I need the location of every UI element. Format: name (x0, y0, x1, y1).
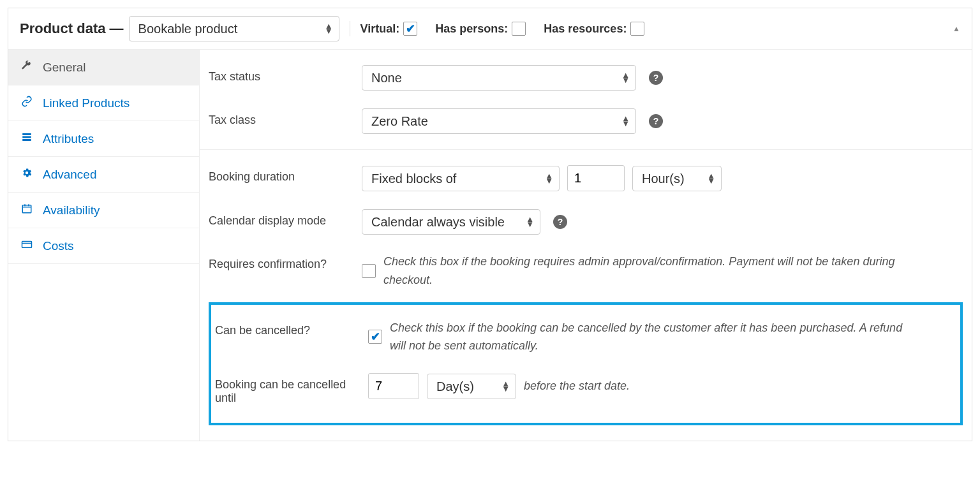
has-persons-checkbox[interactable] (512, 22, 526, 36)
cancel-until-label: Booking can be cancelled until (215, 373, 368, 405)
sidebar-item-label: Availability (43, 203, 100, 217)
svg-rect-3 (22, 205, 31, 213)
cancel-until-suffix: before the start date. (524, 377, 630, 395)
sidebar-item-costs[interactable]: Costs (8, 228, 199, 264)
requires-confirmation-desc: Check this box if the booking requires a… (383, 253, 907, 289)
sidebar-item-label: Linked Products (43, 96, 130, 110)
has-resources-checkbox[interactable] (630, 22, 644, 36)
requires-confirmation-checkbox[interactable] (362, 264, 376, 278)
sidebar: General Linked Products Attributes Advan… (8, 50, 200, 441)
content: Tax status None ▲▼ ? Tax class (200, 50, 972, 441)
calendar-mode-label: Calendar display mode (209, 209, 362, 228)
sidebar-item-linked-products[interactable]: Linked Products (8, 85, 199, 121)
virtual-checkbox[interactable] (403, 22, 417, 36)
calendar-icon (21, 203, 35, 217)
duration-unit-select[interactable]: Hour(s) (632, 166, 722, 191)
help-icon[interactable]: ? (649, 71, 663, 85)
can-be-cancelled-desc: Check this box if the booking can be can… (390, 319, 913, 356)
booking-section: Booking duration Fixed blocks of ▲▼ Hour… (200, 149, 972, 441)
tax-section: Tax status None ▲▼ ? Tax class (200, 50, 972, 149)
sidebar-item-general[interactable]: General (8, 50, 199, 85)
cancellation-highlight: Can be cancelled? Check this box if the … (209, 302, 963, 426)
tax-status-select[interactable]: None (362, 65, 636, 91)
svg-rect-1 (22, 136, 31, 138)
list-icon (21, 131, 35, 146)
sidebar-item-availability[interactable]: Availability (8, 193, 199, 228)
panel-title: Product data — (20, 20, 124, 37)
sidebar-item-advanced[interactable]: Advanced (8, 157, 199, 193)
sidebar-item-attributes[interactable]: Attributes (8, 121, 199, 157)
can-be-cancelled-checkbox[interactable] (368, 330, 382, 344)
requires-confirmation-label: Requires confirmation? (209, 253, 362, 271)
panel-body: General Linked Products Attributes Advan… (8, 50, 972, 441)
help-icon[interactable]: ? (649, 114, 663, 128)
product-type-select[interactable]: Bookable product (129, 16, 339, 41)
has-resources-label: Has resources: (544, 22, 627, 36)
svg-rect-0 (22, 133, 31, 135)
can-be-cancelled-label: Can be cancelled? (215, 319, 368, 337)
sidebar-item-label: Costs (43, 239, 74, 253)
booking-duration-label: Booking duration (209, 165, 362, 184)
gear-icon (21, 167, 35, 182)
svg-rect-2 (22, 139, 31, 141)
virtual-label: Virtual: (360, 22, 400, 36)
wrench-icon (21, 60, 35, 75)
tax-class-label: Tax class (209, 108, 362, 127)
sidebar-item-label: General (43, 61, 86, 75)
sidebar-item-label: Advanced (43, 168, 97, 182)
divider (350, 21, 350, 36)
duration-number-input[interactable] (567, 165, 625, 191)
link-icon (21, 96, 35, 110)
has-persons-label: Has persons: (435, 22, 508, 36)
calendar-mode-select[interactable]: Calendar always visible (362, 209, 540, 235)
tax-class-select[interactable]: Zero Rate (362, 108, 636, 134)
svg-rect-7 (22, 242, 32, 248)
panel-header: Product data — Bookable product ▲▼ Virtu… (8, 8, 972, 50)
tax-status-label: Tax status (209, 65, 362, 84)
collapse-toggle-icon[interactable]: ▲ (953, 24, 960, 33)
cancel-until-unit-select[interactable]: Day(s) (427, 374, 516, 399)
product-data-panel: Product data — Bookable product ▲▼ Virtu… (8, 8, 972, 441)
duration-type-select[interactable]: Fixed blocks of (362, 166, 560, 191)
sidebar-item-label: Attributes (43, 132, 94, 146)
cancel-until-value-input[interactable] (368, 373, 419, 399)
help-icon[interactable]: ? (553, 215, 567, 229)
card-icon (21, 238, 35, 253)
